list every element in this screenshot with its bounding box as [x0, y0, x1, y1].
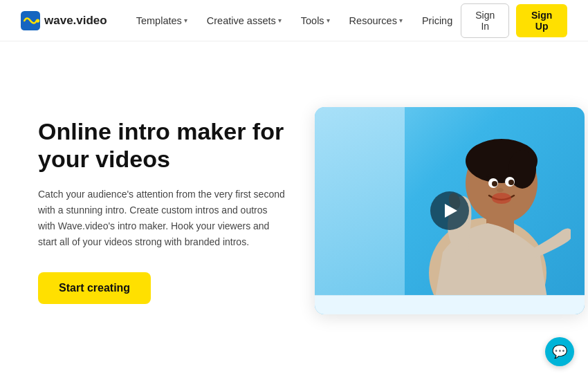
navbar: wave.video Templates ▾ Creative assets ▾… — [0, 0, 588, 41]
hero-video — [315, 107, 585, 314]
signin-button[interactable]: Sign In — [461, 3, 509, 38]
svg-point-12 — [492, 193, 511, 204]
chevron-down-icon: ▾ — [278, 17, 282, 24]
hero-section: Online intro maker for your videos Catch… — [0, 41, 588, 380]
video-preview — [315, 107, 585, 314]
video-left-panel — [315, 107, 405, 314]
logo-icon — [21, 11, 40, 30]
chevron-down-icon: ▾ — [184, 17, 187, 24]
chat-icon: 💬 — [552, 344, 567, 359]
hero-description: Catch your audience's attention from the… — [38, 187, 287, 250]
nav-auth: Sign In Sign Up — [461, 3, 567, 38]
nav-links: Templates ▾ Creative assets ▾ Tools ▾ Re… — [128, 10, 461, 32]
nav-item-tools[interactable]: Tools ▾ — [293, 10, 338, 32]
nav-item-creative-assets[interactable]: Creative assets ▾ — [199, 10, 290, 32]
svg-point-13 — [497, 188, 504, 192]
chat-button[interactable]: 💬 — [545, 337, 574, 366]
person-figure — [405, 114, 571, 314]
signup-button[interactable]: Sign Up — [516, 4, 567, 37]
hero-title: Online intro maker for your videos — [38, 117, 287, 173]
nav-item-resources[interactable]: Resources ▾ — [341, 10, 411, 32]
start-creating-button[interactable]: Start creating — [38, 272, 151, 304]
nav-item-pricing[interactable]: Pricing — [414, 10, 461, 32]
chevron-down-icon: ▾ — [399, 17, 403, 24]
svg-point-10 — [492, 181, 497, 187]
nav-item-templates[interactable]: Templates ▾ — [128, 10, 196, 32]
hero-text: Online intro maker for your videos Catch… — [38, 117, 287, 305]
svg-point-11 — [508, 180, 514, 185]
logo-text: wave.video — [44, 14, 107, 28]
svg-point-1 — [36, 19, 39, 22]
chevron-down-icon: ▾ — [327, 17, 330, 24]
video-background — [315, 107, 585, 314]
logo[interactable]: wave.video — [21, 11, 107, 30]
play-icon — [445, 204, 457, 218]
play-button[interactable] — [430, 191, 469, 230]
video-bottom-bar — [315, 295, 585, 314]
